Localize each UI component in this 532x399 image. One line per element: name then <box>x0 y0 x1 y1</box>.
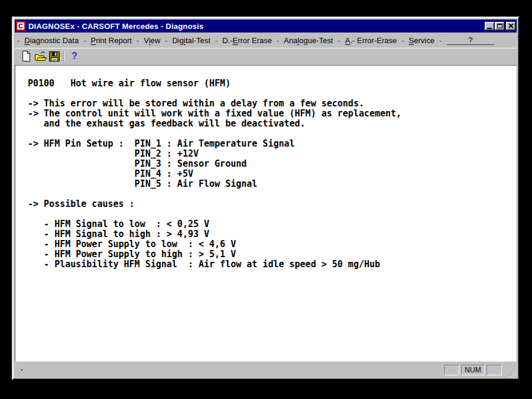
menu-item-d-error-erase[interactable]: D.-Error Erase <box>222 36 272 45</box>
status-bar: . NUM <box>15 363 517 377</box>
menu-separator: - <box>439 36 442 45</box>
menu-separator: - <box>165 36 167 45</box>
menu-separator: - <box>277 36 279 45</box>
app-window: C DIAGNOSEx - CARSOFT Mercedes - Diagnos… <box>12 17 520 380</box>
maximize-button[interactable] <box>495 22 504 30</box>
maximize-icon <box>497 24 502 28</box>
menu-item-view[interactable]: View <box>144 36 160 45</box>
open-folder-icon <box>34 51 47 61</box>
title-bar[interactable]: C DIAGNOSEx - CARSOFT Mercedes - Diagnos… <box>15 20 517 33</box>
menu-item-a-error-erase[interactable]: A.- Error-Erase <box>345 36 397 45</box>
app-icon[interactable]: C <box>16 21 25 31</box>
menu-separator: - <box>338 36 340 45</box>
desktop-background: { "window": { "title": "DIAGNOSEx - CARS… <box>0 0 532 399</box>
menu-bar: -Diagnostic Data-Print Report-View-Digit… <box>15 33 517 48</box>
new-document-icon <box>22 51 31 61</box>
close-button[interactable] <box>506 22 515 30</box>
menu-item-service[interactable]: Service <box>409 36 434 45</box>
menu-separator: - <box>137 36 139 45</box>
help-question-icon: ? <box>72 51 77 61</box>
menu-separator: - <box>401 36 404 45</box>
num-lock-indicator: NUM <box>461 365 485 375</box>
status-panel-right <box>486 365 502 375</box>
menu-item-digital-test[interactable]: Digital-Test <box>172 36 210 45</box>
close-icon <box>508 24 514 28</box>
menu-item-help[interactable]: ? <box>447 35 494 45</box>
toolbar-separator <box>63 51 64 61</box>
diagnostic-text: P0100 Hot wire air flow sensor (HFM) -> … <box>15 66 516 270</box>
diagnosis-content-area: P0100 Hot wire air flow sensor (HFM) -> … <box>15 65 517 362</box>
open-file-button[interactable] <box>33 50 47 63</box>
status-panel-left <box>444 365 459 375</box>
menu-separator: - <box>83 36 86 45</box>
window-title: DIAGNOSEx - CARSOFT Mercedes - Diagnosis <box>28 22 485 31</box>
save-floppy-icon <box>49 51 60 61</box>
menu-item-diagnostic-data[interactable]: Diagnostic Data <box>24 36 79 45</box>
menu-separator: - <box>17 36 20 45</box>
menu-separator: - <box>215 36 218 45</box>
toolbar: ? <box>15 48 517 64</box>
resize-grip-icon[interactable] <box>506 369 514 377</box>
save-button[interactable] <box>47 50 61 63</box>
help-button[interactable]: ? <box>67 50 82 63</box>
minimize-button[interactable] <box>485 22 494 30</box>
menu-item-print-report[interactable]: Print Report <box>90 36 131 45</box>
menu-item-analogue-test[interactable]: Analogue-Test <box>284 36 333 45</box>
new-document-button[interactable] <box>19 50 33 63</box>
minimize-icon <box>487 28 492 29</box>
status-message: . <box>20 364 24 372</box>
